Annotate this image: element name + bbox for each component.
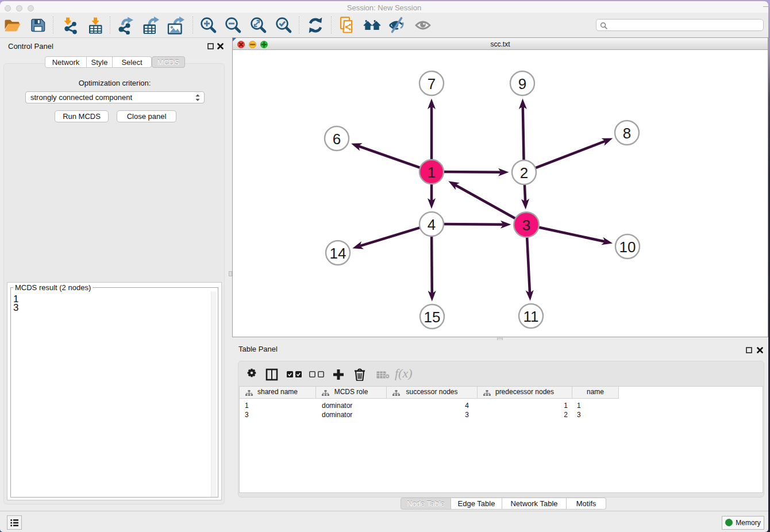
svg-text:3: 3 [522, 217, 530, 234]
svg-text:9: 9 [518, 75, 526, 92]
svg-text:10: 10 [619, 238, 636, 256]
svg-text:1: 1 [428, 164, 436, 181]
svg-text:7: 7 [428, 75, 436, 92]
svg-text:11: 11 [523, 308, 539, 325]
svg-text:2: 2 [520, 164, 528, 182]
svg-text:4: 4 [428, 216, 436, 233]
svg-text:6: 6 [333, 130, 341, 148]
svg-text:14: 14 [330, 245, 346, 262]
svg-text:15: 15 [424, 309, 441, 326]
svg-text:8: 8 [623, 125, 631, 142]
